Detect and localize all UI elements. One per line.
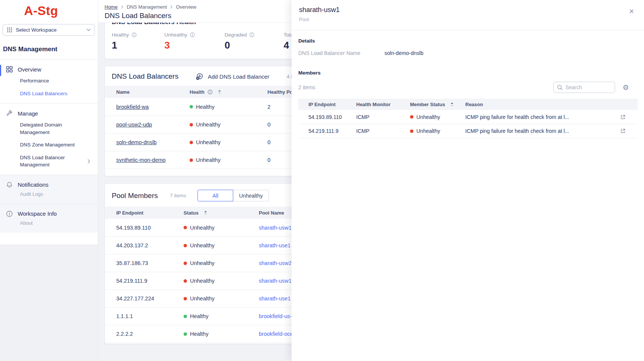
pool-name-link[interactable]: sharath-use1 bbox=[259, 296, 291, 302]
health-status-text: Unhealthy bbox=[196, 139, 220, 145]
ip-endpoint: 44.203.137.2 bbox=[105, 242, 184, 248]
ip-endpoint: 54.193.89.110 bbox=[298, 114, 356, 120]
status-dot bbox=[410, 115, 413, 119]
table-header: IP Endpoint Health Monitor Member Status… bbox=[298, 99, 638, 110]
sidebar-item-about[interactable]: About bbox=[20, 220, 95, 226]
sidebar-item-notifications[interactable]: Notifications bbox=[3, 180, 95, 190]
filter-all-button[interactable]: All bbox=[197, 190, 233, 201]
overview-grid-icon bbox=[6, 66, 13, 73]
stat-unhealthy: Unhealthy 3 bbox=[164, 32, 225, 51]
info-icon[interactable] bbox=[249, 32, 254, 37]
external-link-icon[interactable] bbox=[620, 128, 626, 134]
members-heading: Members bbox=[298, 70, 644, 76]
pool-name-link[interactable]: sharath-usw1 bbox=[259, 278, 292, 284]
ip-endpoint: 54.193.89.110 bbox=[105, 225, 184, 231]
items-count: 7 items bbox=[170, 193, 187, 198]
sidebar-item-workspace-info[interactable]: Workspace Info bbox=[3, 209, 95, 219]
grid-dots-icon bbox=[7, 27, 12, 33]
sidebar-item-manage[interactable]: Manage bbox=[3, 108, 95, 118]
pool-name-link[interactable]: sharath-usw2 bbox=[259, 260, 292, 266]
status-text: Unhealthy bbox=[190, 225, 214, 231]
health-monitor: ICMP bbox=[356, 128, 410, 134]
column-member-status[interactable]: Member Status bbox=[410, 102, 465, 107]
column-ip-endpoint: IP Endpoint bbox=[298, 102, 356, 107]
items-count: 2 items bbox=[298, 84, 315, 90]
status-text: Unhealthy bbox=[190, 242, 214, 248]
status-dot bbox=[184, 332, 187, 336]
info-icon[interactable] bbox=[190, 32, 195, 37]
ip-endpoint: 2.2.2.2 bbox=[105, 331, 184, 337]
lb-name-link[interactable]: synthetic-mon-demo bbox=[116, 157, 166, 163]
pool-name-link[interactable]: sharath-usw1 bbox=[259, 225, 292, 231]
status-dot bbox=[184, 226, 187, 229]
column-name: Name bbox=[105, 89, 190, 95]
drawer-subtitle: Pool bbox=[299, 17, 636, 22]
status-dot bbox=[184, 279, 187, 283]
column-status[interactable]: Status bbox=[184, 210, 259, 216]
breadcrumb-home-link[interactable]: Home bbox=[105, 4, 118, 10]
close-icon[interactable]: ✕ bbox=[629, 8, 634, 15]
members-search bbox=[553, 82, 615, 93]
add-button-label: Add DNS Load Balancer bbox=[208, 73, 269, 80]
workspace-selector-label: Select Workspace bbox=[16, 27, 57, 33]
sidebar-item-audit-logs[interactable]: Audit Logs bbox=[20, 191, 95, 197]
ip-endpoint: 54.219.111.9 bbox=[298, 128, 356, 134]
lb-name-link[interactable]: soln-demo-dnslb bbox=[116, 139, 156, 145]
sidebar-item-performance[interactable]: Performance bbox=[20, 77, 95, 85]
pool-name-link[interactable]: sharath-use1 bbox=[259, 242, 291, 248]
gear-icon[interactable]: ⚙ bbox=[623, 84, 629, 91]
drawer-title: sharath-usw1 bbox=[299, 6, 636, 14]
status-filter-toggle: All Unhealthy bbox=[197, 190, 269, 201]
column-label: Member Status bbox=[410, 102, 445, 107]
column-health[interactable]: Health bbox=[190, 89, 267, 95]
stat-value: 0 bbox=[225, 40, 284, 51]
workspace-selector[interactable]: Select Workspace bbox=[3, 24, 95, 36]
status-dot bbox=[184, 315, 187, 318]
sort-icon[interactable] bbox=[450, 102, 454, 107]
card-title: Pool Members bbox=[112, 192, 158, 200]
stat-degraded: Degraded 0 bbox=[225, 32, 284, 51]
sidebar-item-overview[interactable]: Overview bbox=[3, 64, 95, 74]
filter-unhealthy-button[interactable]: Unhealthy bbox=[233, 190, 269, 201]
sidebar-section-overview: Overview Performance DNS Load Balancers bbox=[0, 59, 98, 103]
lb-name-link[interactable]: pool-usw2-udp bbox=[116, 122, 152, 128]
sidebar-item-dns-zone-management[interactable]: DNS Zone Management bbox=[20, 141, 95, 149]
status-dot bbox=[184, 244, 187, 247]
info-icon[interactable] bbox=[132, 32, 137, 37]
add-circle-icon bbox=[196, 73, 204, 81]
sidebar-item-dns-load-balancer-management[interactable]: DNS Load Balancer Management bbox=[20, 154, 95, 169]
status-dot bbox=[184, 262, 187, 265]
stat-healthy: Healthy 1 bbox=[112, 32, 164, 51]
stat-label: Healthy bbox=[112, 32, 129, 38]
sidebar-item-label: Manage bbox=[18, 110, 38, 117]
sort-icon[interactable] bbox=[218, 90, 221, 94]
sidebar-title: DNS Management bbox=[3, 46, 95, 53]
sort-icon[interactable] bbox=[204, 210, 207, 215]
health-monitor: ICMP bbox=[356, 114, 410, 120]
reason-text: ICMP ping failure for health check from … bbox=[465, 114, 620, 120]
field-label: DNS Load Balancer Name bbox=[298, 50, 384, 56]
sidebar-item-delegated-domain-management[interactable]: Delegated Domain Management bbox=[20, 121, 84, 136]
stat-value: 3 bbox=[164, 40, 225, 51]
health-status-text: Unhealthy bbox=[196, 157, 220, 163]
sidebar-item-label: Overview bbox=[18, 66, 41, 73]
status-text: Unhealthy bbox=[190, 260, 214, 266]
bell-icon bbox=[6, 181, 13, 188]
stat-label: Unhealthy bbox=[164, 32, 187, 38]
sidebar-section-manage: Manage Delegated Domain Management DNS Z… bbox=[0, 104, 98, 175]
chevron-right-icon bbox=[121, 5, 123, 9]
sidebar-item-dns-load-balancers[interactable]: DNS Load Balancers bbox=[20, 90, 95, 97]
external-link-icon[interactable] bbox=[620, 114, 626, 120]
health-status-dot bbox=[190, 123, 193, 126]
ip-endpoint: 1.1.1.1 bbox=[105, 313, 184, 319]
column-label: Health bbox=[190, 89, 205, 95]
sidebar: A-Stg Select Workspace DNS Management Ov… bbox=[0, 0, 98, 361]
sidebar-section-workspace-info: Workspace Info About bbox=[0, 204, 98, 233]
lb-name-link[interactable]: brookfield-wa bbox=[116, 104, 149, 110]
breadcrumb-item: DNS Management bbox=[127, 4, 167, 10]
info-icon[interactable] bbox=[208, 90, 213, 94]
status-text: Healthy bbox=[190, 313, 208, 319]
add-dns-load-balancer-button[interactable]: Add DNS Load Balancer bbox=[196, 73, 269, 81]
column-reason: Reason bbox=[465, 102, 620, 107]
search-input[interactable] bbox=[565, 84, 607, 90]
